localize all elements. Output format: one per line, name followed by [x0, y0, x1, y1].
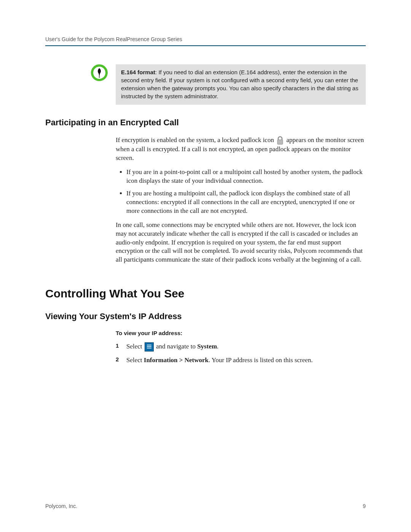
- section-heading-encrypted-call: Participating in an Encrypted Call: [45, 118, 366, 128]
- tip-note-box: E.164 format: If you need to dial an ext…: [116, 64, 366, 105]
- text-bold: System: [197, 343, 217, 350]
- text-span: Select: [126, 356, 144, 364]
- text-bold: Information > Network: [144, 356, 209, 364]
- text-span: and navigate to: [155, 343, 197, 350]
- step-2: Select Information > Network. Your IP ad…: [116, 355, 366, 365]
- running-header: User's Guide for the Polycom RealPresenc…: [45, 36, 366, 46]
- menu-icon: [145, 342, 154, 351]
- main-heading: Controlling What You See: [45, 287, 366, 300]
- page-footer: Polycom, Inc. 9: [45, 503, 366, 509]
- sub-heading-ip: To view your IP address:: [116, 330, 366, 336]
- section-heading-ip: Viewing Your System's IP Address: [45, 312, 366, 321]
- svg-rect-2: [277, 140, 283, 144]
- footer-company: Polycom, Inc.: [45, 503, 77, 509]
- list-item: If you are hosting a multipoint call, th…: [126, 189, 366, 216]
- note-strong: E.164 format: [121, 69, 155, 75]
- note-text: : If you need to dial an extension (E.16…: [121, 69, 358, 99]
- list-item: If you are in a point-to-point call or a…: [126, 168, 366, 185]
- padlock-icon: [276, 136, 284, 145]
- text-span: .: [217, 343, 218, 350]
- text-span: If encryption is enabled on the system, …: [116, 136, 276, 144]
- encrypted-bullets: If you are in a point-to-point call or a…: [116, 168, 366, 216]
- text-span: Select: [126, 343, 144, 350]
- tip-note-row: E.164 format: If you need to dial an ext…: [45, 64, 366, 105]
- step-1: Select and navigate to System.: [116, 342, 366, 351]
- footer-pagenum: 9: [363, 503, 366, 509]
- steps-list: Select and navigate to System. Select In…: [116, 342, 366, 365]
- encrypted-para2: In one call, some connections may be enc…: [116, 221, 366, 265]
- encrypted-intro: If encryption is enabled on the system, …: [116, 136, 366, 163]
- svg-point-1: [99, 77, 100, 78]
- text-span: . Your IP address is listed on this scre…: [209, 356, 313, 364]
- tip-icon: [91, 64, 108, 83]
